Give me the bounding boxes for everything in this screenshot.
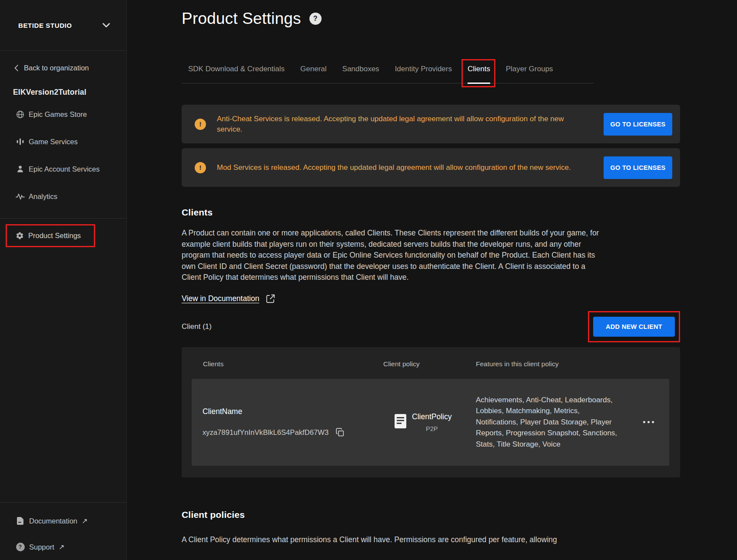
sidebar-item-epic-games-store[interactable]: Epic Games Store xyxy=(0,109,126,120)
main-content: Product Settings ? SDK Download & Creden… xyxy=(127,0,737,560)
org-name: BETIDE STUDIO xyxy=(18,22,72,29)
clients-section-heading: Clients xyxy=(182,207,680,218)
add-client-annotation-box: ADD NEW CLIENT xyxy=(588,311,680,342)
client-id: xyza7891ufYnInVkBlkL6S4PakfD67W3 xyxy=(203,428,329,437)
external-link-icon xyxy=(266,294,276,304)
client-name-cell: ClientName xyza7891ufYnInVkBlkL6S4PakfD6… xyxy=(192,407,395,437)
column-header-clients: Clients xyxy=(203,360,383,368)
sidebar: BETIDE STUDIO Back to organization EIKVe… xyxy=(0,0,127,560)
add-new-client-button[interactable]: ADD NEW CLIENT xyxy=(593,317,675,337)
page-title: Product Settings xyxy=(182,10,301,28)
sidebar-item-analytics[interactable]: Analytics xyxy=(0,191,126,202)
alert-anti-cheat: ! Anti-Cheat Services is released. Accep… xyxy=(182,105,680,143)
chevron-down-icon xyxy=(103,23,110,28)
page-header: Product Settings ? xyxy=(182,10,680,28)
sidebar-item-label: Game Services xyxy=(29,138,78,146)
sidebar-item-game-services[interactable]: Game Services xyxy=(0,136,126,147)
row-actions-cell xyxy=(621,418,669,426)
help-circle-icon: ? xyxy=(16,543,25,551)
more-options-icon[interactable] xyxy=(642,418,655,426)
back-to-organization-label: Back to organization xyxy=(24,64,89,72)
tab-player-groups[interactable]: Player Groups xyxy=(506,64,553,83)
client-policies-heading: Client policies xyxy=(182,510,680,520)
globe-icon xyxy=(16,110,25,119)
sidebar-nav: Epic Games Store Game Services Epic Acco… xyxy=(0,109,126,247)
sidebar-footer: Documentation ↗ ? Support ↗ xyxy=(0,502,126,560)
tab-general[interactable]: General xyxy=(300,64,326,83)
client-policy-type: P2P xyxy=(412,425,451,432)
external-arrow-icon: ↗ xyxy=(59,543,65,551)
alert-text: Mod Services is released. Accepting the … xyxy=(217,162,571,173)
sidebar-item-label: Product Settings xyxy=(28,232,81,240)
document-icon xyxy=(16,517,25,525)
equalizer-icon xyxy=(16,138,25,146)
sidebar-item-label: Analytics xyxy=(29,192,57,201)
tab-clients[interactable]: Clients xyxy=(468,64,490,83)
product-name: EIKVersion2Tutorial xyxy=(0,88,126,97)
external-arrow-icon: ↗ xyxy=(82,517,88,525)
view-in-documentation-label: View in Documentation xyxy=(182,294,259,303)
tab-bar: SDK Download & Credentials General Sandb… xyxy=(182,64,594,83)
warning-icon: ! xyxy=(195,119,206,130)
alert-mod-services: ! Mod Services is released. Accepting th… xyxy=(182,148,680,187)
column-header-features: Features in this client policy xyxy=(476,360,558,368)
gear-icon xyxy=(15,232,24,240)
sidebar-item-label: Epic Account Services xyxy=(29,165,100,173)
tab-sandboxes[interactable]: Sandboxes xyxy=(342,64,379,83)
sidebar-item-epic-account-services[interactable]: Epic Account Services xyxy=(0,163,126,175)
warning-icon: ! xyxy=(195,162,206,173)
sidebar-divider xyxy=(0,218,126,219)
sidebar-item-label: Support xyxy=(29,543,54,551)
person-icon xyxy=(16,165,25,173)
product-settings-page: BETIDE STUDIO Back to organization EIKVe… xyxy=(0,0,737,560)
clients-section-description: A Product can contain one or more applic… xyxy=(182,228,600,283)
client-policy-cell: ClientPolicy P2P xyxy=(395,412,476,432)
pulse-icon xyxy=(16,193,25,200)
column-header-client-policy: Client policy xyxy=(383,360,476,368)
alert-text: Anti-Cheat Services is released. Accepti… xyxy=(217,114,571,135)
copy-icon[interactable] xyxy=(335,428,345,437)
clients-table-header: Clients Client policy Features in this c… xyxy=(182,347,680,379)
sidebar-item-label: Epic Games Store xyxy=(29,110,87,119)
client-policies-description: A Client Policy determines what permissi… xyxy=(182,534,680,545)
table-row: ClientName xyza7891ufYnInVkBlkL6S4PakfD6… xyxy=(192,379,669,466)
client-features-cell: Achievements, Anti-Cheat, Leaderboards, … xyxy=(476,394,621,450)
back-to-organization-link[interactable]: Back to organization xyxy=(0,64,126,72)
sidebar-item-support[interactable]: ? Support ↗ xyxy=(0,534,126,560)
sidebar-item-documentation[interactable]: Documentation ↗ xyxy=(0,508,126,534)
go-to-licenses-button[interactable]: GO TO LICENSES xyxy=(604,156,672,179)
client-name: ClientName xyxy=(203,407,395,416)
tab-sdk-download-credentials[interactable]: SDK Download & Credentials xyxy=(188,64,285,83)
policy-document-icon xyxy=(395,414,406,430)
page-help-icon[interactable]: ? xyxy=(309,13,322,25)
view-in-documentation-link[interactable]: View in Documentation xyxy=(182,294,276,304)
org-switcher[interactable]: BETIDE STUDIO xyxy=(0,0,126,51)
sidebar-item-product-settings[interactable]: Product Settings xyxy=(6,224,95,247)
client-list-header: Client (1) ADD NEW CLIENT xyxy=(182,311,680,342)
clients-table: Clients Client policy Features in this c… xyxy=(182,347,680,477)
client-policy-name: ClientPolicy xyxy=(412,412,451,421)
go-to-licenses-button[interactable]: GO TO LICENSES xyxy=(604,113,672,136)
tab-identity-providers[interactable]: Identity Providers xyxy=(395,64,452,83)
sidebar-item-label: Documentation xyxy=(29,517,77,525)
chevron-left-icon xyxy=(14,65,18,71)
client-count-label: Client (1) xyxy=(182,322,212,331)
